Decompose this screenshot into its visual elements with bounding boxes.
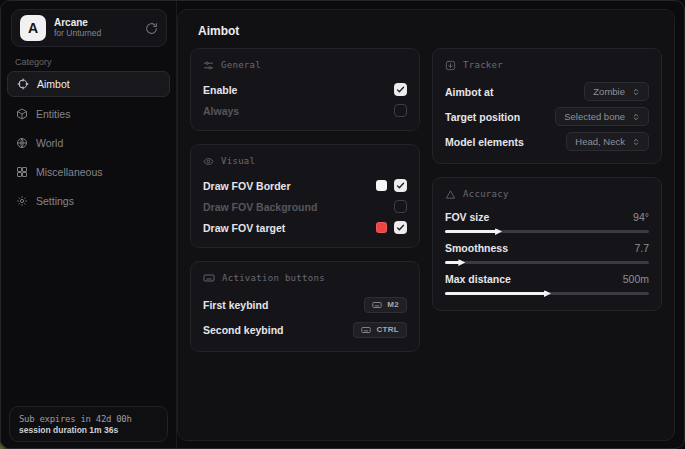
row-label: Model elements: [445, 136, 524, 148]
right-column: Tracker Aimbot at Zombie Target position: [432, 48, 662, 352]
triangle-icon: [445, 189, 456, 200]
page-title: Aimbot: [178, 10, 674, 48]
category-label: Category: [15, 57, 52, 67]
card-title: General: [221, 60, 261, 70]
tracker-card: Tracker Aimbot at Zombie Target position: [432, 48, 662, 164]
dropdown-value: Selected bone: [564, 111, 625, 122]
card-title: Tracker: [463, 60, 503, 70]
fov-size-setting: FOV size 94°: [445, 208, 649, 233]
slider-fill: [445, 230, 498, 233]
brand-card: A Arcane for Unturned: [11, 9, 167, 47]
sidebar-item-label: Aimbot: [37, 78, 70, 90]
app-window: A Arcane for Unturned Category Aimbot: [0, 0, 685, 449]
slider-fill: [445, 292, 547, 295]
row-label: Second keybind: [203, 324, 284, 336]
model-elements-dropdown[interactable]: Head, Neck: [566, 132, 649, 151]
setting-row-second-keybind: Second keybind CTRL: [203, 317, 407, 342]
smoothness-slider[interactable]: [445, 261, 649, 264]
max-distance-slider[interactable]: [445, 292, 649, 295]
card-title: Activation buttons: [222, 273, 325, 283]
row-label: Target position: [445, 111, 520, 123]
row-label: Draw FOV target: [203, 222, 285, 234]
keyboard-icon: [361, 325, 371, 335]
row-label: FOV size: [445, 211, 489, 223]
row-label: Smoothness: [445, 242, 508, 254]
slider-value: 94°: [633, 211, 649, 223]
setting-row-fov-background: Draw FOV Background: [203, 196, 407, 217]
enable-checkbox[interactable]: [394, 83, 407, 96]
sidebar-item-label: Miscellaneous: [36, 166, 103, 178]
cube-icon: [16, 108, 28, 120]
fov-size-slider[interactable]: [445, 230, 649, 233]
row-label: Enable: [203, 84, 237, 96]
refresh-icon[interactable]: [145, 22, 158, 35]
first-keybind-button[interactable]: M2: [364, 297, 407, 313]
left-column: General Enable Always: [190, 48, 420, 352]
slider-fill: [445, 261, 461, 264]
setting-row-fov-target: Draw FOV target: [203, 217, 407, 238]
sidebar-item-label: Entities: [36, 108, 70, 120]
keybind-value: CTRL: [376, 325, 399, 334]
eye-icon: [203, 156, 214, 167]
sidebar-item-label: Settings: [36, 195, 74, 207]
globe-icon: [16, 137, 28, 149]
setting-row-target-position: Target position Selected bone: [445, 104, 649, 129]
session-duration-text: session duration 1m 36s: [19, 425, 158, 435]
subscription-info: Sub expires in 42d 00h session duration …: [9, 406, 168, 442]
sidebar-item-world[interactable]: World: [7, 131, 170, 155]
row-label: First keybind: [203, 299, 268, 311]
setting-row-fov-border: Draw FOV Border: [203, 175, 407, 196]
sidebar-nav: Aimbot Entities World: [7, 71, 170, 213]
dropdown-value: Head, Neck: [575, 136, 625, 147]
setting-row-always: Always: [203, 100, 407, 121]
setting-row-model-elements: Model elements Head, Neck: [445, 129, 649, 154]
keyboard-icon: [203, 272, 215, 284]
brand-logo: A: [20, 15, 46, 41]
fov-target-checkbox[interactable]: [394, 221, 407, 234]
keybind-value: M2: [387, 300, 399, 309]
sidebar: A Arcane for Unturned Category Aimbot: [1, 1, 177, 448]
color-swatch-white[interactable]: [376, 180, 387, 191]
setting-row-enable: Enable: [203, 79, 407, 100]
accuracy-card: Accuracy FOV size 94° Smoothness: [432, 177, 662, 311]
main-panel: Aimbot General Enable: [177, 9, 675, 441]
fov-background-checkbox[interactable]: [394, 200, 407, 213]
row-label: Always: [203, 105, 239, 117]
max-distance-setting: Max distance 500m: [445, 270, 649, 295]
setting-row-aimbot-at: Aimbot at Zombie: [445, 79, 649, 104]
sidebar-item-miscellaneous[interactable]: Miscellaneous: [7, 160, 170, 184]
fov-border-checkbox[interactable]: [394, 179, 407, 192]
sidebar-item-aimbot[interactable]: Aimbot: [7, 71, 170, 97]
row-label: Aimbot at: [445, 86, 493, 98]
second-keybind-button[interactable]: CTRL: [353, 322, 407, 338]
setting-row-first-keybind: First keybind M2: [203, 292, 407, 317]
visual-card: Visual Draw FOV Border Draw FOV Backgrou…: [190, 144, 420, 248]
chevron-up-down-icon: [632, 137, 640, 147]
sidebar-item-label: World: [36, 137, 63, 149]
smoothness-setting: Smoothness 7.7: [445, 239, 649, 264]
activation-card: Activation buttons First keybind M2: [190, 261, 420, 352]
slider-value: 7.7: [634, 242, 649, 254]
sidebar-item-settings[interactable]: Settings: [7, 189, 170, 213]
card-title: Accuracy: [463, 189, 509, 199]
chevron-up-down-icon: [632, 87, 640, 97]
gear-icon: [16, 195, 28, 207]
sidebar-item-entities[interactable]: Entities: [7, 102, 170, 126]
row-label: Max distance: [445, 273, 511, 285]
sub-expiry-text: Sub expires in 42d 00h: [19, 414, 158, 424]
always-checkbox[interactable]: [394, 104, 407, 117]
chevron-up-down-icon: [632, 112, 640, 122]
grid-icon: [16, 166, 28, 178]
row-label: Draw FOV Background: [203, 201, 317, 213]
brand-text: Arcane for Unturned: [54, 17, 137, 38]
aimbot-at-dropdown[interactable]: Zombie: [584, 82, 649, 101]
card-title: Visual: [221, 156, 255, 166]
scan-target-icon: [445, 60, 456, 71]
crosshair-icon: [17, 78, 29, 90]
row-label: Draw FOV Border: [203, 180, 291, 192]
sliders-icon: [203, 60, 214, 71]
color-swatch-red[interactable]: [376, 222, 387, 233]
target-position-dropdown[interactable]: Selected bone: [555, 107, 649, 126]
brand-subtitle: for Unturned: [54, 29, 137, 39]
dropdown-value: Zombie: [593, 86, 625, 97]
